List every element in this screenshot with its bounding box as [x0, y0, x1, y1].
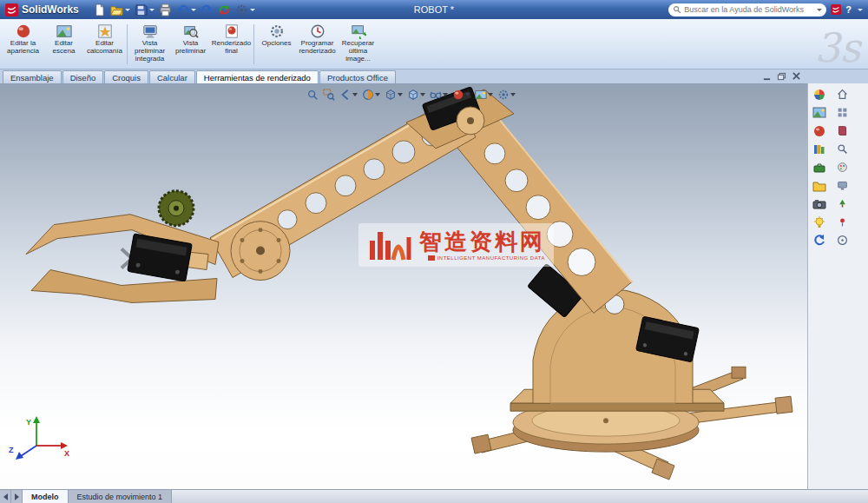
scene-icon[interactable]: [810, 104, 829, 121]
home-icon[interactable]: [832, 86, 852, 103]
magnifier-photo-icon: [183, 23, 199, 40]
hide-show-items-icon[interactable]: [429, 88, 449, 102]
statusbar: Modelo Estudio de movimiento 1: [0, 489, 868, 503]
document-title: ROBOT *: [414, 4, 454, 15]
edit-appearance-icon[interactable]: [451, 88, 471, 102]
robot-arm-model[interactable]: [0, 84, 807, 489]
ribbon-edit-decal-button[interactable]: Editar calcomanía: [84, 21, 125, 68]
tree-icon[interactable]: [832, 195, 852, 212]
watermark-logo-icon: [367, 227, 412, 263]
titlebar: SolidWorks ROBOT * ?: [0, 0, 868, 19]
undo-icon[interactable]: [174, 2, 198, 17]
view-orientation-icon[interactable]: [384, 88, 404, 102]
file-explorer-icon[interactable]: [810, 177, 829, 194]
ribbon-recall-last-image-button[interactable]: Recuperar última image...: [338, 21, 378, 68]
ribbon-final-render-button[interactable]: Renderizado final: [211, 21, 252, 68]
search-scope-caret-icon[interactable]: [817, 9, 822, 11]
triad-y-label: Y: [26, 418, 31, 427]
graphics-viewport[interactable]: 智造资料网 INTELLIGENT MANUFACTURING DATA Y X…: [0, 83, 807, 489]
wrist-joint[interactable]: [231, 222, 290, 281]
palette-icon[interactable]: [832, 159, 852, 175]
ribbon-button-label: Opciones: [262, 40, 292, 48]
app-name: SolidWorks: [22, 3, 79, 16]
ribbon-options-button[interactable]: Opciones: [256, 21, 297, 68]
tab-croquis[interactable]: Croquis: [104, 70, 148, 83]
update-icon[interactable]: [810, 232, 829, 248]
quick-access-toolbar: [91, 2, 257, 17]
ribbon-schedule-render-button[interactable]: Programar renderizado: [297, 21, 338, 68]
light-icon[interactable]: [810, 214, 829, 230]
grid-icon[interactable]: [832, 104, 852, 121]
pin-icon[interactable]: [832, 214, 852, 230]
tab-herramientas-de-renderizado[interactable]: Herramientas de renderizado: [196, 70, 319, 83]
task-pane: [807, 83, 868, 489]
previous-view-icon[interactable]: [339, 88, 358, 102]
command-manager-ribbon: Editar la apariencia Editar escena Edita…: [0, 19, 868, 69]
help-small-icon[interactable]: [832, 232, 852, 248]
zoom-fit-icon[interactable]: [306, 88, 319, 102]
ribbon-button-label: Editar la apariencia: [3, 40, 43, 56]
tab-modelo[interactable]: Modelo: [23, 490, 69, 503]
model-tabs-scroll-left-icon[interactable]: [0, 490, 11, 503]
new-document-icon[interactable]: [91, 2, 108, 17]
document-window-controls: [760, 69, 802, 83]
model-tabs-scroll-right-icon[interactable]: [11, 490, 23, 503]
search-small-icon[interactable]: [832, 141, 852, 157]
section-view-icon[interactable]: [361, 88, 381, 102]
ribbon-integrated-preview-button[interactable]: Vista preliminar integrada: [129, 21, 170, 68]
appearance-sphere-icon[interactable]: [810, 122, 829, 139]
camera-icon[interactable]: [810, 195, 829, 212]
tab-ensamblaje[interactable]: Ensamblaje: [3, 70, 62, 83]
ribbon-separator: [127, 24, 128, 64]
ribbon-button-label: Vista preliminar: [170, 40, 211, 56]
appearance-sphere-icon: [16, 23, 31, 40]
command-tab-row: Ensamblaje Diseño Croquis Calcular Herra…: [0, 69, 868, 83]
tab-productos-office[interactable]: Productos Office: [319, 70, 396, 83]
tab-calcular[interactable]: Calcular: [149, 70, 195, 83]
gripper-claw[interactable]: [26, 191, 219, 303]
ribbon-edit-appearance-button[interactable]: Editar la apariencia: [3, 21, 43, 68]
solidworks-window: SolidWorks ROBOT * ?: [0, 0, 868, 503]
options-icon[interactable]: [233, 2, 257, 17]
chevron-down-icon[interactable]: [858, 9, 863, 11]
apply-scene-icon[interactable]: [474, 88, 494, 102]
help-search-input[interactable]: [684, 5, 812, 14]
render-tools-column: [810, 86, 829, 486]
minimize-icon[interactable]: [760, 71, 773, 82]
monitor-icon[interactable]: [832, 177, 852, 194]
triad-x-label: X: [64, 449, 69, 458]
save-icon[interactable]: [133, 2, 156, 17]
redo-icon[interactable]: [199, 2, 215, 17]
watermark: 智造资料网 INTELLIGENT MANUFACTURING DATA: [358, 223, 554, 267]
display-style-icon[interactable]: [406, 88, 426, 102]
watermark-texts: 智造资料网 INTELLIGENT MANUFACTURING DATA: [419, 230, 545, 261]
tab-estudio-de-movimiento-1[interactable]: Estudio de movimiento 1: [69, 490, 173, 503]
ribbon-button-label: Editar calcomanía: [84, 40, 125, 56]
print-icon[interactable]: [157, 2, 174, 17]
watermark-en-text: INTELLIGENT MANUFACTURING DATA: [437, 255, 545, 261]
search-icon: [673, 2, 681, 17]
ribbon-preview-button[interactable]: Vista preliminar: [170, 21, 211, 68]
restore-icon[interactable]: [775, 71, 787, 82]
book-icon[interactable]: [832, 122, 852, 139]
design-library-icon[interactable]: [810, 141, 829, 157]
ribbon-button-label: Recuperar última image...: [338, 40, 378, 63]
close-icon[interactable]: [790, 71, 802, 82]
tab-diseno[interactable]: Diseño: [62, 70, 104, 83]
appearances-wheel-icon[interactable]: [810, 86, 829, 103]
render-page-icon: [224, 23, 240, 40]
scene-photo-icon: [56, 23, 72, 40]
open-icon[interactable]: [108, 2, 132, 17]
solidworks-mini-logo-icon: [831, 4, 841, 15]
toolbox-icon[interactable]: [810, 159, 829, 175]
ribbon-edit-scene-button[interactable]: Editar escena: [43, 21, 84, 68]
watermark-accent-square: [428, 255, 435, 261]
zoom-area-icon[interactable]: [322, 88, 336, 102]
view-settings-icon[interactable]: [496, 88, 516, 102]
rebuild-icon[interactable]: [216, 2, 233, 17]
monitor-preview-icon: [142, 23, 158, 40]
help-icon[interactable]: ?: [845, 4, 852, 15]
help-search: [668, 3, 826, 17]
orientation-triad: Y X Z: [7, 411, 76, 463]
triad-z-label: Z: [9, 446, 14, 454]
